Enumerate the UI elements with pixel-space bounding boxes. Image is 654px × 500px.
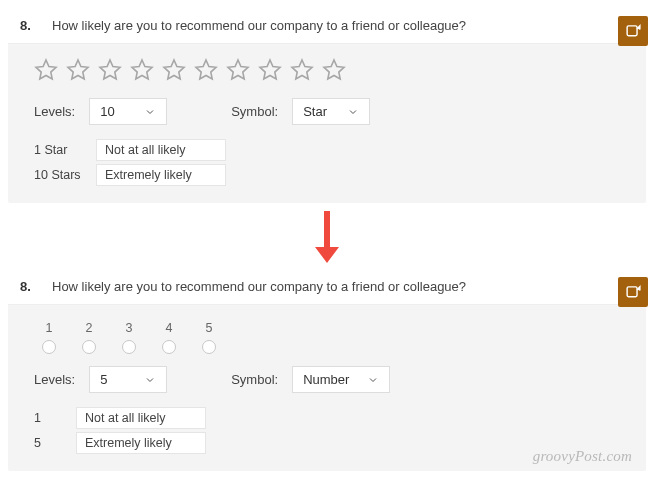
- question-number: 8.: [20, 279, 38, 294]
- branch-icon: [625, 23, 642, 40]
- rating-option[interactable]: 2: [82, 321, 96, 354]
- rating-controls: Levels: 5 Symbol: Number: [20, 366, 634, 407]
- rating-option[interactable]: 3: [122, 321, 136, 354]
- star-icon[interactable]: [98, 58, 122, 86]
- svg-marker-3: [100, 60, 120, 79]
- question-number: 8.: [20, 18, 38, 33]
- star-icon[interactable]: [290, 58, 314, 86]
- radio-icon: [162, 340, 176, 354]
- radio-icon: [42, 340, 56, 354]
- radio-icon: [122, 340, 136, 354]
- question-text[interactable]: How likely are you to recommend our comp…: [52, 279, 634, 294]
- symbol-value: Star: [303, 104, 327, 119]
- rating-number: 4: [166, 321, 173, 335]
- star-rating-row: [20, 54, 634, 98]
- svg-marker-10: [324, 60, 344, 79]
- question-header: 8. How likely are you to recommend our c…: [8, 269, 646, 305]
- label-high-field[interactable]: Extremely likely: [76, 432, 206, 454]
- chevron-down-icon: [347, 106, 359, 118]
- rating-question-star: 8. How likely are you to recommend our c…: [8, 8, 646, 203]
- rating-labels: 1 Star Not at all likely 10 Stars Extrem…: [20, 139, 634, 186]
- symbol-label: Symbol:: [231, 104, 278, 119]
- levels-value: 5: [100, 372, 107, 387]
- svg-marker-7: [228, 60, 248, 79]
- star-icon[interactable]: [162, 58, 186, 86]
- chevron-down-icon: [144, 374, 156, 386]
- symbol-select[interactable]: Star: [292, 98, 370, 125]
- symbol-select[interactable]: Number: [292, 366, 390, 393]
- label-high-field[interactable]: Extremely likely: [96, 164, 226, 186]
- levels-label: Levels:: [34, 372, 75, 387]
- svg-marker-4: [132, 60, 152, 79]
- star-icon[interactable]: [130, 58, 154, 86]
- branching-button[interactable]: [618, 16, 648, 46]
- rating-controls: Levels: 10 Symbol: Star: [20, 98, 634, 139]
- radio-icon: [202, 340, 216, 354]
- branch-icon: [625, 284, 642, 301]
- rating-question-number: 8. How likely are you to recommend our c…: [8, 269, 646, 471]
- levels-select[interactable]: 5: [89, 366, 167, 393]
- svg-marker-5: [164, 60, 184, 79]
- rating-number: 2: [86, 321, 93, 335]
- symbol-label: Symbol:: [231, 372, 278, 387]
- levels-label: Levels:: [34, 104, 75, 119]
- transition-arrow: [8, 203, 646, 269]
- rating-labels: 1 Not at all likely 5 Extremely likely: [20, 407, 634, 454]
- svg-marker-9: [292, 60, 312, 79]
- rating-number: 5: [206, 321, 213, 335]
- radio-icon: [82, 340, 96, 354]
- rating-option[interactable]: 1: [42, 321, 56, 354]
- svg-rect-13: [627, 286, 637, 296]
- question-text[interactable]: How likely are you to recommend our comp…: [52, 18, 634, 33]
- star-icon[interactable]: [322, 58, 346, 86]
- watermark: groovyPost.com: [533, 448, 632, 465]
- label-low-key: 1: [34, 411, 64, 425]
- rating-number: 3: [126, 321, 133, 335]
- svg-marker-1: [36, 60, 56, 79]
- levels-select[interactable]: 10: [89, 98, 167, 125]
- chevron-down-icon: [144, 106, 156, 118]
- svg-rect-0: [627, 25, 637, 35]
- svg-marker-12: [315, 247, 339, 263]
- symbol-value: Number: [303, 372, 349, 387]
- star-icon[interactable]: [34, 58, 58, 86]
- label-low-field[interactable]: Not at all likely: [76, 407, 206, 429]
- label-low-field[interactable]: Not at all likely: [96, 139, 226, 161]
- star-icon[interactable]: [66, 58, 90, 86]
- svg-marker-2: [68, 60, 88, 79]
- question-header: 8. How likely are you to recommend our c…: [8, 8, 646, 44]
- star-icon[interactable]: [226, 58, 250, 86]
- label-high-key: 5: [34, 436, 64, 450]
- label-high-key: 10 Stars: [34, 168, 84, 182]
- rating-option[interactable]: 4: [162, 321, 176, 354]
- label-low-key: 1 Star: [34, 143, 84, 157]
- svg-marker-8: [260, 60, 280, 79]
- star-icon[interactable]: [194, 58, 218, 86]
- branching-button[interactable]: [618, 277, 648, 307]
- svg-marker-6: [196, 60, 216, 79]
- levels-value: 10: [100, 104, 114, 119]
- rating-option[interactable]: 5: [202, 321, 216, 354]
- arrow-down-icon: [312, 209, 342, 265]
- chevron-down-icon: [367, 374, 379, 386]
- number-rating-row: 1 2 3 4 5: [20, 315, 634, 366]
- star-icon[interactable]: [258, 58, 282, 86]
- rating-number: 1: [46, 321, 53, 335]
